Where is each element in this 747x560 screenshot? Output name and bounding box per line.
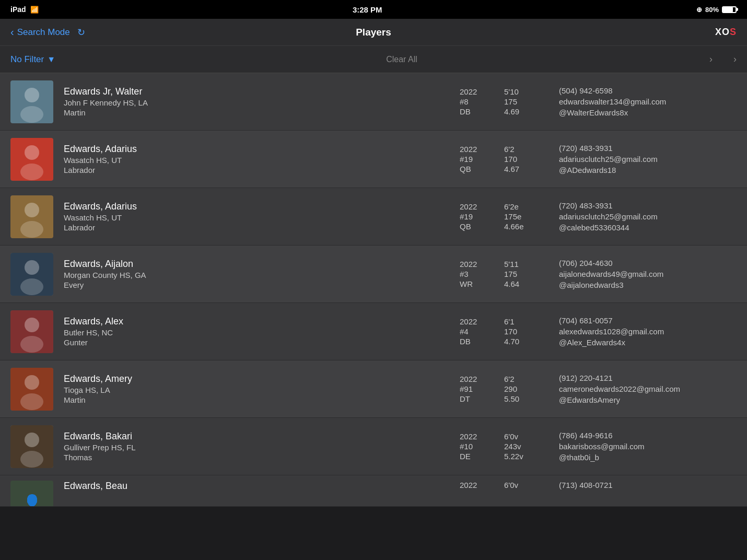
stat-row-number: #10 243v [460,442,543,451]
stat-row-number: #19 170 [460,155,543,164]
contact-social: @aijalonedwards3 [559,281,737,289]
stat-forty: 4.64 [504,279,535,288]
list-item[interactable]: Edwards, Bakari Gulliver Prep HS, FL Tho… [0,418,747,475]
contact-email: adariusclutch25@gmail.com [559,212,737,221]
filter-dropdown[interactable]: No Filter ▼ [10,54,94,65]
stat-row-year: 2022 6'2 [460,375,543,383]
stat-year: 2022 [460,432,488,441]
list-item[interactable]: Edwards, Alex Butler HS, NC Gunter 2022 … [0,303,747,360]
stat-row-number: #3 175 [460,270,543,278]
player-name: Edwards, Beau [64,481,449,492]
clear-all-button[interactable]: Clear All [94,55,709,64]
player-info: Edwards, Adarius Wasatch HS, UT Labrador [64,201,449,232]
brand-o: O [722,27,730,37]
stat-row-year: 2022 6'0v [460,432,543,441]
avatar [10,368,53,411]
location-icon: ⊕ [696,6,702,14]
list-item[interactable]: Edwards, Amery Tioga HS, LA Martin 2022 … [0,360,747,418]
stat-year: 2022 [460,481,488,489]
contact-email: alexedwards1028@gmail.com [559,327,737,336]
player-contact: (713) 408-0721 [559,481,737,489]
player-tag: Labrador [64,166,449,174]
stat-row-year: 2022 6'2 [460,145,543,154]
stat-weight: 175e [504,212,535,221]
svg-point-20 [20,451,43,468]
player-name: Edwards, Adarius [64,144,449,155]
stat-number: #10 [460,442,488,451]
device-label: iPad [10,5,26,14]
contact-phone: (720) 483-3931 [559,201,737,210]
list-item[interactable]: Edwards, Aijalon Morgan County HS, GA Ev… [0,246,747,303]
contact-phone: (713) 408-0721 [559,481,737,489]
back-label: Search Mode [17,27,70,38]
stat-height: 5'11 [504,260,535,269]
player-contact: (720) 483-3931 adariusclutch25@gmail.com… [559,144,737,174]
avatar [10,138,53,181]
contact-phone: (706) 204-4630 [559,259,737,267]
stat-row-number: #91 290 [460,384,543,393]
player-name: Edwards, Bakari [64,431,449,442]
stat-row-year: 2022 6'0v [460,481,543,489]
player-contact: (720) 483-3931 adariusclutch25@gmail.com… [559,201,737,232]
stat-height: 6'0v [504,432,535,441]
stat-year: 2022 [460,317,488,326]
stat-height: 6'2 [504,145,535,154]
contact-phone: (704) 681-0057 [559,316,737,325]
player-school: Tioga HS, LA [64,386,449,394]
player-school: Butler HS, NC [64,328,449,337]
stat-position: DB [460,107,488,116]
stat-row-position: DB 4.70 [460,337,543,346]
list-item[interactable]: 👤 Edwards, Beau 2022 6'0v (713) 408-0721 [0,475,747,507]
stat-row-number: #8 175 [460,97,543,106]
stat-row-position: DB 4.69 [460,107,543,116]
stat-position: DT [460,394,488,403]
player-info: Edwards, Bakari Gulliver Prep HS, FL Tho… [64,431,449,462]
back-button[interactable]: ‹ Search Mode ↻ [10,26,85,38]
stat-row-year: 2022 5'11 [460,260,543,269]
player-name: Edwards, Aijalon [64,259,449,270]
list-item[interactable]: Edwards, Adarius Wasatch HS, UT Labrador… [0,188,747,246]
stat-height: 6'1 [504,317,535,326]
reload-icon[interactable]: ↻ [77,27,85,38]
svg-point-5 [20,164,43,180]
list-item[interactable]: Edwards, Adarius Wasatch HS, UT Labrador… [0,131,747,188]
svg-point-14 [20,336,43,353]
contact-email: edwardswalter134@gmail.com [559,97,737,106]
list-item[interactable]: Edwards Jr, Walter John F Kennedy HS, LA… [0,73,747,131]
stat-number: #91 [460,384,488,393]
contact-social: @calebed53360344 [559,223,737,232]
stat-position: QB [460,165,488,173]
svg-point-17 [20,393,43,410]
stat-number: #8 [460,97,488,106]
player-stats: 2022 5'10 #8 175 DB 4.69 [460,87,543,116]
stat-row-position: DE 5.22v [460,452,543,461]
next-arrow2-icon[interactable]: › [733,54,737,65]
player-info: Edwards Jr, Walter John F Kennedy HS, LA… [64,86,449,117]
player-tag: Every [64,281,449,289]
avatar [10,310,53,353]
stat-forty: 4.66e [504,222,535,231]
brand-logo: XOS [715,27,737,38]
player-stats: 2022 6'0v [460,481,543,489]
avatar [10,80,53,123]
player-name: Edwards, Adarius [64,201,449,212]
player-school: John F Kennedy HS, LA [64,98,449,107]
svg-point-1 [25,88,39,102]
svg-point-19 [25,433,39,447]
player-tag: Martin [64,395,449,404]
player-tag: Thomas [64,453,449,462]
stat-position: DB [460,337,488,346]
contact-social: @EdwardsAmery [559,395,737,404]
player-stats: 2022 6'1 #4 170 DB 4.70 [460,317,543,346]
next-arrow-icon[interactable]: › [709,54,713,65]
player-contact: (706) 204-4630 aijalonedwards49@gmail.co… [559,259,737,289]
player-contact: (912) 220-4121 cameronedwards2022@gmail.… [559,374,737,404]
player-info: Edwards, Amery Tioga HS, LA Martin [64,374,449,404]
contact-social: @ADedwards18 [559,166,737,174]
player-info: Edwards, Adarius Wasatch HS, UT Labrador [64,144,449,174]
player-stats: 2022 6'0v #10 243v DE 5.22v [460,432,543,461]
stat-year: 2022 [460,87,488,96]
stat-forty: 4.69 [504,107,535,116]
stat-weight: 170 [504,327,535,336]
stat-row-year: 2022 6'1 [460,317,543,326]
